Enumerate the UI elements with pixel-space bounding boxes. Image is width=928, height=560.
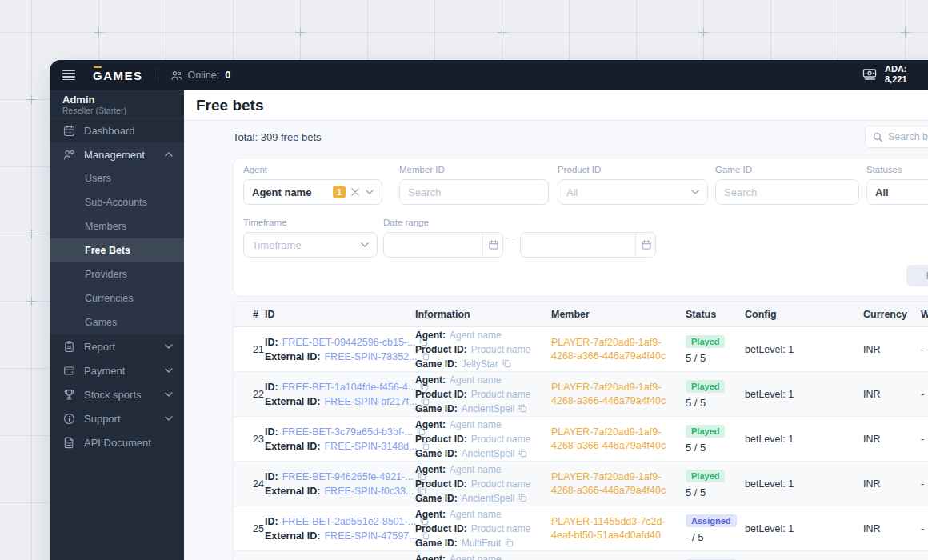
sidebar-item-label: Dashboard <box>84 125 135 137</box>
status-progress: 5 / 5 <box>686 397 745 409</box>
sidebar-item-users[interactable]: Users <box>50 166 184 190</box>
currency-value: INR <box>863 389 921 400</box>
free-bet-id-link[interactable]: FREE-BET-1a104fde-f456-4... <box>282 380 416 394</box>
win-amount-value: - <box>921 344 928 355</box>
game-value[interactable]: MultiFruit <box>462 536 501 550</box>
currency-value: INR <box>863 523 921 534</box>
game-id-filter-label: Game ID <box>715 165 859 174</box>
free-bets-table: # ID Information Member Status Config Cu… <box>233 301 928 560</box>
sidebar-item-dashboard[interactable]: Dashboard <box>50 118 184 142</box>
member-link[interactable]: PLAYER-7af20ad9-1af9-4268-a366-446a79a4f… <box>551 336 686 363</box>
admin-profile: Admin Reseller (Starter) <box>50 90 184 118</box>
external-id-line: External ID: FREE-SPIN-bf217f... <box>265 394 415 409</box>
date-from-input[interactable] <box>383 232 503 258</box>
game-value[interactable]: JellyStar <box>462 357 498 371</box>
search-input[interactable]: Search by ID <box>865 126 928 148</box>
member-link[interactable]: PLAYER-11455dd3-7c2d-4eaf-bf50-51aa4d0af… <box>551 515 686 542</box>
product-value: Product name <box>471 522 531 536</box>
external-id-link[interactable]: FREE-SPIN-f0c33... <box>324 484 414 498</box>
sidebar-item-api-document[interactable]: API Document <box>50 430 184 454</box>
product-id-value: All <box>566 186 578 198</box>
sidebar-item-sub-accounts[interactable]: Sub-Accounts <box>50 190 184 214</box>
sidebar-item-games[interactable]: Games <box>50 310 184 334</box>
calendar-icon[interactable] <box>482 233 502 257</box>
external-id-link[interactable]: FREE-SPIN-bf217f... <box>324 394 417 409</box>
row-number: 21 <box>253 344 265 355</box>
agent-value: Agent name <box>450 328 502 342</box>
copy-icon[interactable] <box>502 359 511 368</box>
calendar-icon[interactable] <box>635 233 655 257</box>
product-id-select[interactable]: All <box>558 179 708 205</box>
copy-icon[interactable] <box>518 404 527 413</box>
agent-line: Agent: Agent name <box>415 507 551 522</box>
copy-icon[interactable] <box>505 538 514 547</box>
config-value: betLevel: 1 <box>745 478 863 490</box>
filter-panel: Agent Agent name 1 <box>233 158 928 297</box>
win-amount-value: - <box>921 523 928 534</box>
external-id-link[interactable]: FREE-SPIN-3148d... <box>324 439 417 454</box>
external-id-link[interactable]: FREE-SPIN-78352... <box>324 350 417 364</box>
config-value: betLevel: 1 <box>745 389 863 400</box>
sidebar-item-label: API Document <box>84 437 151 449</box>
free-bet-id-link[interactable]: FREE-BET-946265fe-4921-... <box>282 470 414 484</box>
grid-plus-mark <box>901 28 910 37</box>
member-id-input[interactable]: Search <box>399 179 549 205</box>
table-row: 26 ID: FREE-BET-704509ec-8190-... Extern… <box>234 551 928 560</box>
game-value[interactable]: AncientSpell <box>462 446 515 461</box>
timeframe-select[interactable]: Timeframe <box>243 232 378 258</box>
free-bet-id-link[interactable]: FREE-BET-2ad551e2-8501-... <box>282 514 416 529</box>
status-badge: Played <box>686 335 725 348</box>
sidebar-item-currencies[interactable]: Currencies <box>50 286 184 310</box>
date-to-input[interactable] <box>520 232 656 258</box>
free-bet-id-link[interactable]: FREE-BET-3c79a65d-b3bf-... <box>282 425 413 439</box>
member-link[interactable]: PLAYER-7af20ad9-1af9-4268-a366-446a79a4f… <box>551 426 686 453</box>
product-id-filter-label: Product ID <box>558 165 708 174</box>
external-id-link[interactable]: FREE-SPIN-47597... <box>324 529 417 543</box>
statuses-select[interactable]: All <box>866 179 928 205</box>
sidebar-item-stock-sports[interactable]: Stock sports <box>50 382 184 406</box>
filter-button[interactable]: Filter <box>906 265 928 286</box>
agent-value: Agent name <box>450 552 502 560</box>
copy-icon[interactable] <box>518 449 527 458</box>
config-value: betLevel: 1 <box>745 523 863 534</box>
member-link[interactable]: PLAYER-7af20ad9-1af9-4268-a366-446a79a4f… <box>551 381 686 408</box>
external-id-line: External ID: FREE-SPIN-78352... <box>265 350 415 364</box>
game-id-input[interactable]: Search <box>715 179 859 205</box>
date-range-separator: – <box>508 235 514 247</box>
product-value: Product name <box>471 477 531 491</box>
win-amount-value: - <box>921 389 928 400</box>
sidebar-item-support[interactable]: Support <box>50 406 184 430</box>
free-bet-id-link[interactable]: FREE-BET-09442596-cb15-... <box>282 335 416 350</box>
table-row: 24 ID: FREE-BET-946265fe-4921-... Extern… <box>234 462 928 506</box>
page-header: Free bets <box>184 90 928 121</box>
sidebar-item-payment[interactable]: Payment <box>50 358 184 382</box>
sidebar-item-providers[interactable]: Providers <box>50 262 184 286</box>
product-value: Product name <box>471 432 531 446</box>
status-badge: Played <box>686 380 725 393</box>
sidebar-item-report[interactable]: Report <box>50 334 184 358</box>
statuses-value: All <box>875 186 889 198</box>
cash-icon <box>862 68 878 82</box>
content-body: Total: 309 free bets Search by ID Agent … <box>184 121 928 560</box>
product-value: Product name <box>471 387 531 402</box>
statuses-filter-label: Statuses <box>866 165 928 174</box>
grid-plus-mark <box>699 28 708 37</box>
agent-select[interactable]: Agent name 1 <box>243 179 382 205</box>
clear-icon[interactable] <box>351 188 359 196</box>
online-counter: Online: 0 <box>170 70 231 81</box>
sidebar-item-members[interactable]: Members <box>50 214 184 238</box>
online-label: Online: <box>188 70 220 81</box>
agent-line: Agent: Agent name <box>415 418 551 432</box>
topbar-divider <box>158 69 158 82</box>
game-value[interactable]: AncientSpell <box>462 402 515 416</box>
balance-value: 8,221 <box>885 74 907 85</box>
agent-line: Agent: Agent name <box>415 328 551 342</box>
member-link[interactable]: PLAYER-7af20ad9-1af9-4268-a366-446a79a4f… <box>551 470 686 498</box>
external-id-line: External ID: FREE-SPIN-f0c33... <box>265 484 415 498</box>
copy-icon[interactable] <box>518 494 527 502</box>
sidebar-item-free-bets[interactable]: Free Bets <box>50 238 184 262</box>
sidebar-item-management[interactable]: Management <box>50 142 184 166</box>
game-value[interactable]: AncientSpell <box>462 491 515 506</box>
hamburger-menu-icon[interactable] <box>62 70 75 80</box>
agent-line: Agent: Agent name <box>415 552 551 560</box>
